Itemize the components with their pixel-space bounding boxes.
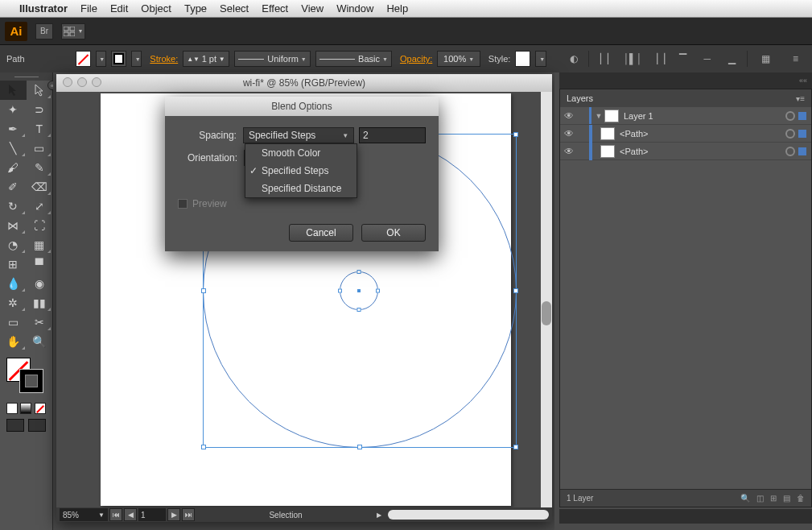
graphic-style-dropdown[interactable] [535,51,546,67]
menu-select[interactable]: Select [220,2,249,14]
hand-tool[interactable]: ✋ [0,332,27,351]
blob-brush-tool[interactable]: ✐ [0,177,27,197]
align-center-v-button[interactable]: ─ [697,50,717,68]
transform-button[interactable]: ▦ [756,50,777,68]
blend-tool[interactable]: ◉ [27,274,53,293]
menu-edit[interactable]: Edit [110,2,128,14]
resize-handle[interactable] [201,288,206,293]
artboard-nav-input[interactable]: 1 [138,508,166,521]
gradient-tool[interactable]: ▀ [27,255,53,274]
fill-swatch[interactable] [76,51,91,67]
last-artboard-button[interactable]: ⏭ [182,508,195,521]
new-layer-button[interactable]: ▤ [783,494,790,503]
delete-layer-button[interactable]: 🗑 [797,494,805,503]
eraser-tool[interactable]: ⌫ [27,177,53,197]
gradient-mode-button[interactable] [20,403,31,414]
eyedropper-tool[interactable]: 💧 [0,274,27,293]
target-icon[interactable] [785,129,795,139]
first-artboard-button[interactable]: ⏮ [109,508,122,521]
menu-object[interactable]: Object [141,2,171,14]
scale-tool[interactable]: ⤢ [27,197,53,216]
fill-dropdown[interactable] [96,51,106,67]
zoom-level-input[interactable]: 85%▼ [60,508,108,521]
panel-grip[interactable] [0,72,52,81]
app-menu[interactable]: Illustrator [19,2,68,14]
align-top-button[interactable]: ▔ [673,50,693,68]
pencil-tool[interactable]: ✎ [27,158,53,177]
stroke-weight-input[interactable]: ▲▼1 pt▼ [183,51,229,67]
menu-effect[interactable]: Effect [262,2,288,14]
type-tool[interactable]: T [27,119,53,139]
stroke-label[interactable]: Stroke: [150,54,178,64]
option-smooth-color[interactable]: Smooth Color [245,144,357,162]
none-mode-button[interactable] [35,403,46,414]
free-transform-tool[interactable]: ⛶ [27,216,53,235]
zoom-tool[interactable]: 🔍 [27,332,53,351]
layer-row[interactable]: 👁 ▼ Layer 1 [560,107,811,125]
fill-stroke-proxy[interactable] [3,356,49,396]
option-specified-distance[interactable]: Specified Distance [245,180,357,197]
prev-artboard-button[interactable]: ◀ [124,508,137,521]
layer-row[interactable]: 👁 <Path> [560,125,811,143]
direct-selection-tool[interactable] [27,81,53,100]
document-titlebar[interactable]: wi-fi* @ 85% (RGB/Preview) [56,74,552,92]
ok-button[interactable]: OK [361,224,426,242]
panel-menu-button[interactable]: ≡ [785,50,806,68]
shape-builder-tool[interactable]: ◔ [0,235,27,255]
horizontal-scrollbar[interactable] [388,510,549,520]
layers-panel-menu-button[interactable]: ▾≡ [796,94,805,103]
vertical-scrollbar[interactable] [541,92,552,507]
draw-mode-button[interactable] [6,419,24,432]
menu-window[interactable]: Window [336,2,373,14]
scrollbar-thumb[interactable] [542,301,551,325]
brush-definition[interactable]: Basic [315,51,392,67]
menu-help[interactable]: Help [386,2,408,14]
cancel-button[interactable]: Cancel [289,224,353,242]
align-left-button[interactable]: ▏▏ [598,50,618,68]
pen-tool[interactable]: ✒ [0,119,27,139]
paintbrush-tool[interactable]: 🖌 [0,158,27,177]
collapsed-panel-strip[interactable]: «« [559,72,812,89]
menu-file[interactable]: File [80,2,97,14]
target-icon[interactable] [785,147,795,156]
visibility-toggle[interactable]: 👁 [560,128,578,139]
layer-name[interactable]: Layer 1 [624,111,785,121]
stroke-dropdown[interactable] [131,51,142,67]
lasso-tool[interactable]: ⊃ [27,100,53,119]
rectangle-tool[interactable]: ▭ [27,139,53,158]
graphic-style-swatch[interactable] [515,51,530,67]
slice-tool[interactable]: ✂ [27,313,53,332]
resize-handle[interactable] [513,132,518,137]
perspective-grid-tool[interactable]: ▦ [27,235,53,255]
recolor-artwork-button[interactable]: ◐ [563,50,583,68]
rotate-tool[interactable]: ↻ [0,197,27,216]
color-mode-button[interactable] [6,403,18,414]
width-tool[interactable]: ⋈ [0,216,27,235]
make-clipping-mask-button[interactable]: ◫ [756,494,764,503]
align-bottom-button[interactable]: ▁ [722,50,742,68]
preview-checkbox[interactable] [178,199,188,209]
column-graph-tool[interactable]: ▮▮ [27,293,53,313]
resize-handle[interactable] [513,288,518,293]
option-specified-steps[interactable]: Specified Steps [245,162,357,180]
line-tool[interactable]: ╲ [0,139,27,158]
align-right-button[interactable]: ▕▕ [648,50,668,68]
close-window-button[interactable] [63,77,72,87]
variable-width-profile[interactable]: Uniform [234,51,311,67]
spacing-dropdown[interactable]: Specified Steps [243,127,354,143]
resize-handle[interactable] [513,445,518,449]
symbol-sprayer-tool[interactable]: ✲ [0,293,27,313]
resize-handle[interactable] [201,445,206,449]
visibility-toggle[interactable]: 👁 [560,146,578,157]
layer-name[interactable]: <Path> [620,129,785,139]
bridge-button[interactable]: Br [35,23,53,39]
locate-object-button[interactable]: 🔍 [740,494,750,503]
stroke-proxy-icon[interactable] [19,369,43,393]
align-center-h-button[interactable]: │▌│ [622,50,643,68]
collapsed-bottom-strip[interactable] [559,509,812,524]
opacity-label[interactable]: Opacity: [400,54,432,64]
zoom-window-button[interactable] [92,77,101,87]
disclosure-triangle[interactable]: ▼ [593,112,604,120]
dialog-titlebar[interactable]: Blend Options [165,97,439,116]
artboard-tool[interactable]: ▭ [0,313,27,332]
